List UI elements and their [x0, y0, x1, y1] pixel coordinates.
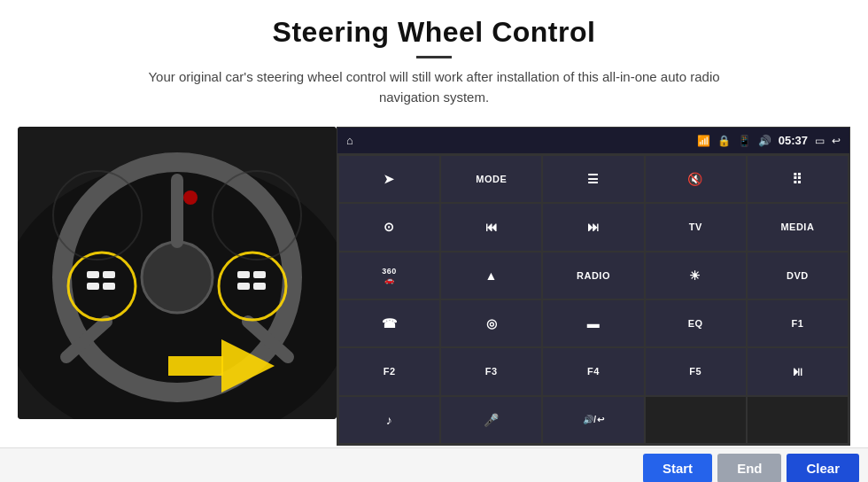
sim-icon: 📱	[738, 135, 751, 147]
media-btn[interactable]: MEDIA	[748, 204, 848, 250]
music-btn[interactable]: ♪	[339, 397, 439, 443]
content-area: ⌂ 📶 🔒 📱 🔊 05:37 ▭ ↩ ➤ MODE ☰ 🔇 ⠿ ⊙ ⏮ ⏭	[18, 127, 850, 446]
compass-btn[interactable]: ◎	[441, 300, 541, 346]
mute-btn[interactable]: 🔇	[646, 156, 746, 202]
settings-btn[interactable]: ⊙	[339, 204, 439, 250]
status-bar-left: ⌂	[346, 134, 353, 147]
empty-btn-2	[748, 397, 848, 443]
eject-btn[interactable]: ▲	[441, 253, 541, 299]
svg-rect-13	[237, 271, 250, 278]
svg-rect-16	[253, 283, 266, 290]
control-panel: ⌂ 📶 🔒 📱 🔊 05:37 ▭ ↩ ➤ MODE ☰ 🔇 ⠿ ⊙ ⏮ ⏭	[337, 127, 850, 446]
dvd-btn[interactable]: DVD	[748, 253, 848, 299]
apps-btn[interactable]: ⠿	[748, 156, 848, 202]
svg-rect-14	[237, 283, 250, 290]
title-divider	[416, 56, 452, 58]
f5-btn[interactable]: F5	[646, 348, 746, 394]
status-bar: ⌂ 📶 🔒 📱 🔊 05:37 ▭ ↩	[337, 128, 849, 154]
nav-btn[interactable]: ➤	[339, 156, 439, 202]
svg-rect-12	[103, 283, 115, 290]
f3-btn[interactable]: F3	[441, 348, 541, 394]
brightness-btn[interactable]: ☀	[646, 253, 746, 299]
lock-icon: 🔒	[717, 135, 731, 147]
wifi-icon: 📶	[697, 135, 710, 147]
svg-point-3	[142, 242, 213, 313]
page-header: Steering Wheel Control Your original car…	[0, 0, 868, 116]
clear-button[interactable]: Clear	[787, 454, 859, 482]
bluetooth-icon: 🔊	[758, 135, 771, 147]
mode-btn[interactable]: MODE	[441, 156, 541, 202]
list-btn[interactable]: ☰	[543, 156, 643, 202]
page-subtitle: Your original car's steering wheel contr…	[133, 67, 735, 107]
f4-btn[interactable]: F4	[543, 348, 643, 394]
bottom-action-bar: Start End Clear	[0, 447, 868, 482]
svg-point-21	[183, 190, 198, 205]
page-title: Steering Wheel Control	[0, 16, 868, 49]
prev-btn[interactable]: ⏮	[441, 204, 541, 250]
eq-btn[interactable]: EQ	[646, 300, 746, 346]
start-button[interactable]: Start	[643, 454, 712, 482]
mic-btn[interactable]: 🎤	[441, 397, 541, 443]
status-time: 05:37	[779, 134, 808, 147]
status-bar-right: 📶 🔒 📱 🔊 05:37 ▭ ↩	[697, 134, 841, 147]
play-pause-btn[interactable]: ⏯	[748, 348, 848, 394]
svg-rect-11	[103, 271, 115, 278]
svg-rect-18	[168, 356, 223, 376]
svg-rect-9	[87, 271, 99, 278]
home-status-icon: ⌂	[346, 134, 353, 147]
vol-call-btn[interactable]: 🔊/↩	[543, 397, 643, 443]
screen-icon: ▭	[815, 135, 825, 147]
empty-btn-1	[646, 397, 746, 443]
svg-rect-10	[87, 283, 99, 290]
tv-btn[interactable]: TV	[646, 204, 746, 250]
button-grid: ➤ MODE ☰ 🔇 ⠿ ⊙ ⏮ ⏭ TV MEDIA 360🚗 ▲ RADIO…	[337, 154, 849, 445]
f1-btn[interactable]: F1	[748, 300, 848, 346]
phone-btn[interactable]: ☎	[339, 300, 439, 346]
f2-btn[interactable]: F2	[339, 348, 439, 394]
next-btn[interactable]: ⏭	[543, 204, 643, 250]
steering-wheel-image	[18, 127, 337, 419]
radio-btn[interactable]: RADIO	[543, 253, 643, 299]
screen-adj-btn[interactable]: ▬	[543, 300, 643, 346]
end-button[interactable]: End	[717, 454, 781, 482]
360-btn[interactable]: 360🚗	[339, 253, 439, 299]
svg-rect-15	[253, 271, 266, 278]
back-icon: ↩	[832, 135, 841, 147]
